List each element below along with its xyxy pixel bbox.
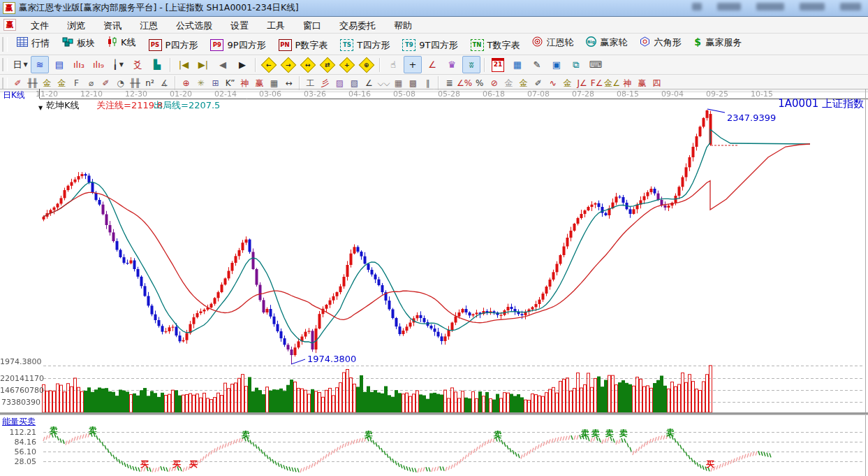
sell-marker: 卖 [365,429,373,441]
date-tick-09-04: 09-04 [657,89,688,99]
date-tick-02-14: 02-14 [210,89,241,99]
indicator-scale-label: 28.05 [0,457,36,466]
sell-marker: 卖 [242,429,250,441]
indicator-scale-label: 56.10 [0,447,36,456]
date-tick-07-08: 07-08 [523,89,554,99]
sell-marker: 卖 [89,425,97,437]
date-tick-12-30: 12-30 [121,89,152,99]
symbol-label: 1A0001 上证指数 [778,97,864,110]
volume-scale-label: 73380390 [0,398,41,407]
volume-scale-label: 220141170 [0,374,41,383]
volume-scale-label: 146760780 [0,386,41,395]
date-tick-11-20: 11-20 [31,89,62,99]
chart-area: 日K线 11-2012-1012-3001-2002-1403-0603-260… [0,0,868,476]
date-tick-03-26: 03-26 [300,89,330,99]
sell-marker: 卖 [605,428,614,440]
date-tick-05-08: 05-08 [389,89,420,99]
price-chart-canvas[interactable] [0,0,868,476]
high-annotation: 2347.9399 [727,113,776,123]
date-tick-10-15: 10-15 [746,89,777,99]
low-annotation: 1974.3800 [307,354,356,364]
buy-marker: 买 [706,459,714,470]
application-window: 赢 赢家江恩专业版[赢家内部服务平台] - [上证指数 SH1A0001-234… [0,0,868,476]
sell-marker: 卖 [494,429,502,441]
date-tick-12-10: 12-10 [76,89,107,99]
price-scale-low-label: 1974.3800 [0,357,41,366]
period-label[interactable]: 日K线 [3,89,25,101]
sell-marker: 卖 [591,428,600,440]
indicator-scale-label: 84.16 [0,438,36,447]
exit-line-label: 出局线=2207.5 [154,99,220,112]
buy-marker: 买 [140,459,149,470]
sell-marker: 卖 [50,425,58,437]
sell-marker: 卖 [581,428,589,440]
date-tick-08-15: 08-15 [612,89,643,99]
indicator-name-label[interactable]: 能量买卖 [2,416,36,428]
buy-marker: 买 [189,459,198,470]
date-tick-06-18: 06-18 [478,89,509,99]
buy-marker: 买 [172,459,181,470]
date-tick-09-25: 09-25 [702,89,733,99]
sell-marker: 卖 [619,428,628,440]
indicator-scale-label: 112.21 [0,428,36,437]
overlay-dropdown-arrow[interactable]: ▼ [38,105,43,111]
date-tick-05-28: 05-28 [434,89,464,99]
date-tick-03-06: 03-06 [255,89,286,99]
date-tick-04-16: 04-16 [344,89,375,99]
date-tick-01-20: 01-20 [165,89,196,99]
date-tick-07-28: 07-28 [568,89,598,99]
sell-marker: 卖 [666,427,675,439]
overlay-name-label[interactable]: 乾坤K线 [46,99,80,112]
